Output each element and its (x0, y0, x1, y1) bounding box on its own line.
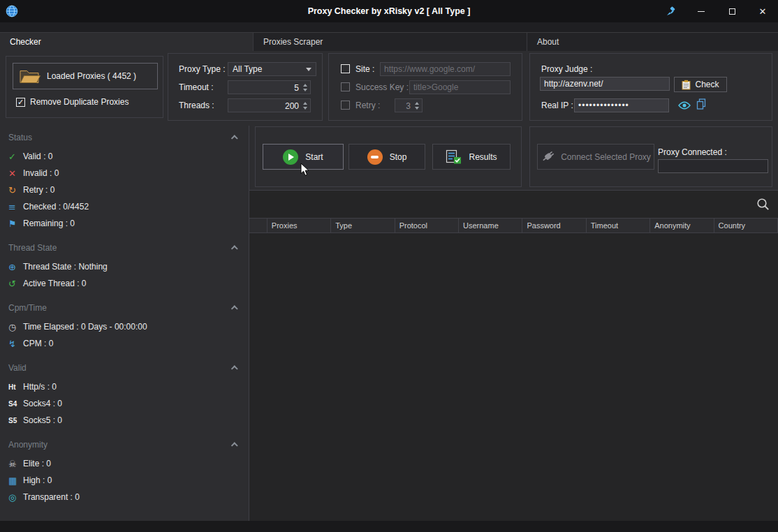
col-country[interactable]: Country (714, 219, 778, 232)
tab-about[interactable]: About (527, 32, 778, 51)
status-valid: ✓ Valid : 0 (0, 148, 249, 165)
cpm-value: ↯ CPM : 0 (0, 335, 249, 352)
valid-section-header[interactable]: Valid (0, 357, 249, 378)
spin-up-icon (303, 102, 307, 105)
chevron-down-icon (306, 68, 311, 71)
proxy-judge-input[interactable] (540, 77, 670, 91)
thread-state-section-header[interactable]: Thread State (0, 237, 249, 258)
ring-icon: ◎ (8, 493, 23, 502)
sidebar: Status ✓ Valid : 0 ✕ Invalid : 0 ↻ Retry… (0, 126, 249, 521)
loaded-proxies-label: Loaded Proxies ( 4452 ) (47, 71, 136, 81)
timeout-input[interactable]: 5 (228, 80, 311, 94)
pin-window-button[interactable] (655, 0, 686, 22)
stop-icon (367, 149, 383, 165)
chevron-up-icon (231, 135, 238, 142)
spin-up-icon (303, 84, 307, 87)
spin-down-icon (415, 107, 419, 110)
folder-icon (20, 68, 41, 84)
sidebar-section-cpm-time: Cpm/Time ◷ Time Elapsed : 0 Days - 00:00… (0, 297, 249, 352)
anonymity-transparent: ◎ Transparent : 0 (0, 489, 249, 505)
retry-spinner[interactable] (413, 99, 420, 112)
chevron-up-icon (231, 365, 238, 372)
time-elapsed-value: ◷ Time Elapsed : 0 Days - 00:00:00 (0, 318, 249, 335)
app-globe-icon (6, 5, 18, 17)
app-window: Proxy Checker by xRisky v2 [ All Type ] … (0, 0, 778, 532)
retry-label: Retry : (355, 98, 380, 112)
threads-spinner[interactable] (301, 99, 309, 112)
connect-group: Connect Selected Proxy Proxy Connected : (529, 126, 772, 187)
maximize-button[interactable] (717, 0, 747, 22)
skull-icon: ☠ (8, 459, 23, 468)
plug-icon (541, 150, 555, 163)
results-button-label: Results (469, 152, 497, 162)
spin-down-icon (303, 89, 307, 91)
retry-input[interactable]: 3 (395, 98, 423, 112)
thread-state-value: ⊕ Thread State : Nothing (0, 258, 249, 275)
remove-duplicates-checkbox[interactable]: ✓ Remove Duplicate Proxies (16, 97, 129, 107)
start-button[interactable]: Start (263, 144, 344, 170)
status-remaining: ⚑ Remaining : 0 (0, 215, 249, 232)
checkbox-checked-icon: ✓ (16, 98, 25, 107)
results-button[interactable]: Results (432, 144, 511, 170)
valid-https: Ht Http/s : 0 (0, 378, 249, 395)
tab-proxies-scraper[interactable]: Proxies Scraper (253, 32, 527, 51)
pin-icon (666, 6, 676, 17)
valid-socks4: S4 Socks4 : 0 (0, 395, 249, 412)
checker-tab-content: Loaded Proxies ( 4452 ) ✓ Remove Duplica… (0, 51, 778, 521)
timeout-spinner[interactable] (301, 81, 309, 94)
site-checkbox[interactable] (341, 64, 350, 73)
list-icon: ≡ (8, 202, 23, 212)
spin-up-icon (415, 102, 419, 105)
refresh-icon: ↺ (8, 279, 23, 288)
col-timeout[interactable]: Timeout (587, 219, 650, 232)
site-options-group: Site : Success Key : Retry : 3 (328, 53, 522, 121)
show-ip-eye-icon[interactable] (678, 101, 691, 110)
col-type[interactable]: Type (331, 219, 395, 232)
close-button[interactable]: ✕ (747, 0, 778, 22)
col-anonymity[interactable]: Anonymity (650, 219, 714, 232)
timeout-value: 5 (294, 83, 299, 93)
results-pane: Proxies Type Protocol Username Password … (249, 190, 778, 521)
copy-ip-icon[interactable] (696, 98, 706, 110)
tab-checker[interactable]: Checker (0, 32, 253, 51)
threads-label: Threads : (179, 98, 214, 112)
minimize-icon (698, 11, 705, 12)
col-proxies[interactable]: Proxies (267, 219, 331, 232)
play-icon (283, 149, 298, 165)
real-ip-input[interactable] (574, 98, 669, 112)
load-proxies-button[interactable]: Loaded Proxies ( 4452 ) (13, 63, 158, 89)
maximize-icon (729, 8, 735, 15)
cpm-time-section-header[interactable]: Cpm/Time (0, 297, 249, 318)
threads-input[interactable]: 200 (228, 98, 311, 112)
globe-icon: ⊕ (8, 263, 23, 272)
bolt-icon: ↯ (8, 339, 23, 348)
grid-icon: ▦ (8, 476, 23, 485)
check-button-label: Check (695, 80, 719, 89)
status-section-header[interactable]: Status (0, 127, 249, 148)
proxy-table-body[interactable] (249, 234, 778, 521)
col-password[interactable]: Password (522, 219, 586, 232)
search-icon[interactable] (756, 198, 770, 211)
proxy-type-select[interactable]: All Type (228, 62, 316, 76)
stop-button-label: Stop (390, 152, 407, 162)
flag-icon: ⚑ (8, 219, 23, 228)
results-list-icon (446, 149, 462, 164)
proxy-connected-input[interactable] (658, 159, 768, 173)
proxy-type-label: Proxy Type : (179, 62, 225, 76)
spin-down-icon (303, 107, 307, 110)
stop-button[interactable]: Stop (348, 144, 425, 170)
check-judge-button[interactable]: Check (674, 77, 727, 92)
start-button-label: Start (305, 152, 323, 162)
success-key-checkbox[interactable] (341, 82, 350, 91)
retry-checkbox[interactable] (341, 101, 350, 110)
col-protocol[interactable]: Protocol (395, 219, 459, 232)
success-key-input[interactable] (409, 80, 511, 94)
window-controls: ✕ (655, 0, 778, 22)
col-username[interactable]: Username (459, 219, 522, 232)
connect-selected-proxy-button[interactable]: Connect Selected Proxy (537, 144, 654, 170)
valid-socks5: S5 Socks5 : 0 (0, 412, 249, 429)
anonymity-section-header[interactable]: Anonymity (0, 434, 249, 455)
site-input[interactable] (380, 62, 511, 76)
proxy-connected-label: Proxy Connected : (658, 145, 727, 159)
minimize-button[interactable] (686, 0, 717, 22)
